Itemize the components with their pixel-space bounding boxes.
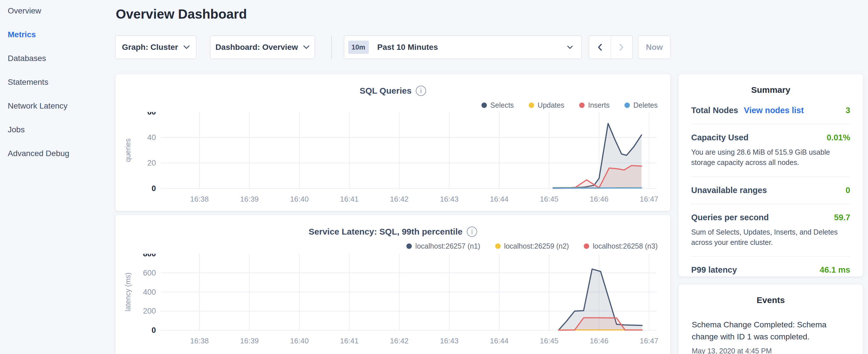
y-axis-tick-label: 20	[147, 159, 156, 167]
sidebar-nav: Overview Metrics Databases Statements Ne…	[0, 0, 115, 354]
x-axis-tick-label: 16:45	[540, 336, 559, 345]
legend-item: localhost:26257 (n1)	[406, 242, 480, 250]
x-axis-tick-label: 16:43	[440, 336, 459, 345]
summary-row-queries-per-second: Queries per second 59.7 Sum of Selects, …	[691, 204, 850, 257]
x-axis-tick-label: 16:42	[390, 336, 409, 345]
legend-dot-icon	[624, 102, 630, 108]
x-axis-tick-label: 16:42	[390, 195, 409, 203]
summary-row-p99-latency: P99 latency 46.1 ms	[691, 257, 850, 277]
info-icon[interactable]: i	[467, 227, 477, 237]
y-axis-tick-label: 60	[147, 112, 156, 116]
service-latency-chart-card: Service Latency: SQL, 99th percentile i …	[115, 215, 671, 354]
x-axis-tick-label: 16:40	[290, 336, 309, 345]
time-pager	[589, 35, 633, 59]
summary-note: Sum of Selects, Updates, Inserts, and De…	[691, 227, 850, 248]
legend-dot-icon	[495, 244, 501, 249]
chevron-down-icon	[303, 45, 309, 49]
sidebar-item-network-latency[interactable]: Network Latency	[8, 101, 115, 110]
y-axis-tick-label: 800	[143, 254, 156, 258]
service-latency-chart: 16:3816:3916:4016:4116:4216:4316:4416:45…	[116, 254, 671, 351]
now-button[interactable]: Now	[638, 35, 671, 59]
sidebar-item-overview[interactable]: Overview	[8, 6, 115, 15]
summary-label: Queries per second	[691, 213, 769, 222]
x-axis-tick-label: 16:46	[590, 336, 608, 345]
legend-dot-icon	[482, 102, 487, 108]
sidebar-item-databases[interactable]: Databases	[8, 54, 115, 63]
view-nodes-list-link[interactable]: View nodes list	[744, 106, 804, 115]
sidebar-item-statements[interactable]: Statements	[8, 77, 115, 87]
chevron-left-icon	[597, 43, 602, 51]
x-axis-tick-label: 16:41	[340, 195, 359, 203]
legend-dot-icon	[406, 244, 412, 249]
x-axis-tick-label: 16:44	[490, 336, 508, 345]
time-range-label: Past 10 Minutes	[377, 43, 567, 52]
x-axis-tick-label: 16:43	[440, 195, 459, 203]
event-item-text[interactable]: Schema Change Completed: Schema change w…	[692, 319, 850, 343]
sidebar-item-advanced-debug[interactable]: Advanced Debug	[8, 149, 115, 158]
events-panel: Events Schema Change Completed: Schema c…	[678, 284, 863, 354]
x-axis-tick-label: 16:46	[590, 195, 608, 203]
x-axis-tick-label: 16:38	[190, 336, 209, 345]
y-axis-title: latency (ms)	[124, 272, 132, 311]
y-axis-tick-label: 200	[143, 307, 156, 315]
toolbar-divider	[331, 35, 332, 59]
chevron-down-icon	[567, 45, 573, 49]
legend-item: localhost:26259 (n2)	[495, 242, 569, 250]
legend-item: Deletes	[624, 101, 658, 109]
summary-value: 3	[846, 106, 850, 115]
legend-label: localhost:26259 (n2)	[504, 242, 569, 250]
summary-panel: Summary Total Nodes View nodes list 3 Ca…	[678, 74, 863, 277]
legend-label: Selects	[490, 101, 514, 109]
prev-interval-button[interactable]	[589, 36, 611, 59]
info-icon[interactable]: i	[416, 86, 426, 96]
legend-item: localhost:26258 (n3)	[584, 242, 658, 250]
legend-label: localhost:26257 (n1)	[415, 242, 480, 250]
page-title: Overview Dashboard	[116, 6, 247, 22]
chart-title: SQL Queries	[360, 86, 411, 96]
y-axis-tick-label: 0	[152, 184, 156, 193]
legend-label: Deletes	[633, 101, 658, 109]
sidebar-item-metrics[interactable]: Metrics	[8, 30, 115, 39]
summary-value: 59.7	[834, 213, 850, 222]
summary-row-unavailable-ranges: Unavailable ranges 0	[691, 177, 850, 204]
legend-label: localhost:26258 (n3)	[593, 242, 658, 250]
y-axis-tick-label: 400	[143, 288, 156, 296]
chart-title: Service Latency: SQL, 99th percentile	[309, 227, 463, 236]
chart-title-row: Service Latency: SQL, 99th percentile i	[116, 227, 670, 237]
dashboard-dropdown-label: Dashboard: Overview	[216, 43, 298, 52]
x-axis-tick-label: 16:41	[340, 336, 359, 345]
y-axis-tick-label: 0	[152, 326, 156, 334]
legend-item: Inserts	[579, 101, 610, 109]
dashboard-dropdown[interactable]: Dashboard: Overview	[210, 35, 315, 59]
series-line	[553, 188, 642, 188]
right-column: Summary Total Nodes View nodes list 3 Ca…	[678, 0, 863, 354]
event-item-time: May 13, 2020 at 4:45 PM	[692, 347, 850, 354]
chart-title-row: SQL Queries i	[116, 86, 670, 96]
x-axis-tick-label: 16:45	[540, 195, 559, 203]
summary-value: 0.01%	[827, 133, 850, 142]
summary-heading: Summary	[679, 85, 863, 95]
main-content: Overview Dashboard Graph: Cluster Dashbo…	[115, 0, 671, 354]
graph-dropdown[interactable]: Graph: Cluster	[115, 35, 196, 59]
legend-item: Selects	[482, 101, 514, 109]
time-range-selector[interactable]: 10m Past 10 Minutes	[344, 35, 582, 59]
legend-dot-icon	[579, 102, 585, 108]
y-axis-tick-label: 40	[147, 133, 156, 142]
x-axis-tick-label: 16:40	[290, 195, 309, 203]
sql-queries-chart-card: SQL Queries i SelectsUpdatesInsertsDelet…	[115, 74, 671, 211]
summary-label: P99 latency	[691, 265, 737, 275]
summary-label: Total Nodes	[691, 106, 738, 115]
chart-legend: SelectsUpdatesInsertsDeletes	[482, 101, 658, 109]
x-axis-tick-label: 16:38	[190, 195, 209, 203]
x-axis-tick-label: 16:44	[490, 195, 508, 203]
x-axis-tick-label: 16:39	[240, 336, 259, 345]
summary-row-total-nodes: Total Nodes View nodes list 3	[691, 97, 850, 124]
legend-dot-icon	[584, 244, 589, 249]
legend-label: Updates	[537, 101, 564, 109]
summary-note: You are using 28.6 MiB of 515.9 GiB usab…	[691, 147, 850, 168]
summary-row-capacity-used: Capacity Used 0.01% You are using 28.6 M…	[691, 124, 850, 177]
chevron-down-icon	[183, 45, 190, 49]
x-axis-tick-label: 16:39	[240, 195, 259, 203]
next-interval-button[interactable]	[611, 36, 632, 59]
sidebar-item-jobs[interactable]: Jobs	[8, 125, 115, 134]
